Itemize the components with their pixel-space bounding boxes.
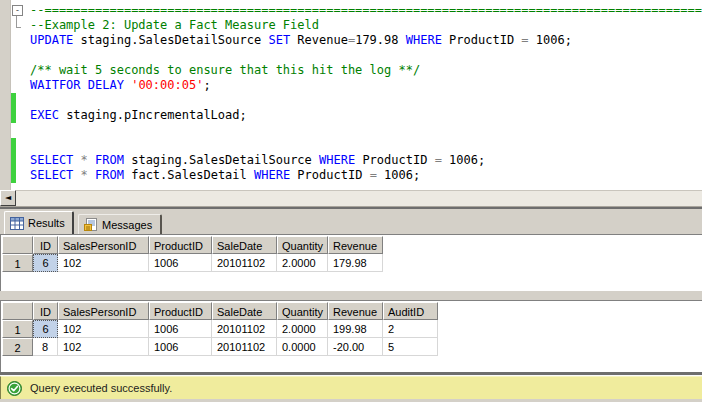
- code-token-operator: =: [370, 168, 377, 182]
- grid-cell[interactable]: 20101102: [212, 338, 277, 356]
- code-token-keyword: SET: [268, 33, 290, 47]
- sql-code[interactable]: --======================================…: [30, 3, 702, 183]
- grid-cell[interactable]: -20.00: [328, 338, 383, 356]
- grid-cell[interactable]: 20101102: [212, 320, 277, 338]
- results-grid-panel-1: IDSalesPersonIDProductIDSaleDateQuantity…: [0, 234, 702, 291]
- code-line: [30, 123, 702, 138]
- grid-cell[interactable]: 179.98: [328, 254, 383, 272]
- code-line: SELECT * FROM fact.SalesDetail WHERE Pro…: [30, 168, 702, 183]
- grid-cell[interactable]: 1006: [149, 254, 212, 272]
- grid-cell[interactable]: 0.0000: [277, 338, 328, 356]
- code-token-plain: Revenue: [290, 33, 348, 47]
- code-token-keyword: FROM: [95, 168, 124, 182]
- code-line: [30, 93, 702, 108]
- grid-cell[interactable]: 1006: [149, 320, 212, 338]
- code-token-plain: staging.pIncrementalLoad;: [59, 108, 247, 122]
- tab-messages-label: Messages: [102, 219, 152, 231]
- grid-cell[interactable]: 5: [383, 338, 438, 356]
- column-header[interactable]: AuditID: [383, 302, 438, 320]
- column-header[interactable]: Quantity: [277, 236, 328, 254]
- messages-document-icon: [84, 218, 98, 231]
- code-token-plain: [88, 153, 95, 167]
- row-header[interactable]: 2: [2, 338, 33, 356]
- column-header[interactable]: SaleDate: [212, 302, 277, 320]
- grid-cell[interactable]: 1006: [149, 338, 212, 356]
- grid-cell[interactable]: 6: [33, 254, 58, 272]
- code-token-plain: [73, 153, 80, 167]
- code-token-comment: /** wait 5 seconds to ensure that this h…: [30, 63, 420, 77]
- code-token-operator: =: [521, 33, 528, 47]
- tab-messages[interactable]: Messages: [78, 214, 162, 234]
- code-line: EXEC staging.pIncrementalLoad;: [30, 108, 702, 123]
- left-arrow-icon: ◄: [5, 193, 11, 202]
- outline-guide-line: [16, 16, 17, 27]
- code-token-operator: =: [435, 153, 442, 167]
- row-header[interactable]: 1: [2, 320, 33, 338]
- code-token-plain: ProductID: [442, 33, 521, 47]
- status-bar: Query executed successfully.: [0, 376, 702, 399]
- code-line: UPDATE staging.SalesDetailSource SET Rev…: [30, 33, 702, 48]
- grid-cell[interactable]: 102: [58, 320, 149, 338]
- grid-cell[interactable]: 8: [33, 338, 58, 356]
- grid-cell[interactable]: 102: [58, 254, 149, 272]
- grid-cell[interactable]: 2.0000: [277, 320, 328, 338]
- column-header[interactable]: SalesPersonID: [58, 302, 149, 320]
- change-bar: [11, 153, 16, 168]
- code-token-keyword: WAITFOR DELAY: [30, 78, 124, 92]
- column-header[interactable]: ID: [33, 236, 58, 254]
- code-token-plain: ProductID: [290, 168, 369, 182]
- grid-cell[interactable]: 102: [58, 338, 149, 356]
- scroll-left-button[interactable]: ◄: [0, 190, 16, 206]
- code-token-keyword: WHERE: [254, 168, 290, 182]
- grid-cell[interactable]: 20101102: [212, 254, 277, 272]
- column-header[interactable]: Revenue: [328, 302, 383, 320]
- table-row: 161021006201011022.0000199.982: [2, 320, 438, 338]
- code-token-operator: *: [81, 153, 88, 167]
- editor-hscrollbar[interactable]: ◄: [0, 190, 702, 206]
- change-bar: [11, 138, 16, 153]
- grid-cell[interactable]: 2.0000: [277, 254, 328, 272]
- row-header[interactable]: 1: [2, 254, 33, 272]
- column-header[interactable]: ID: [33, 302, 58, 320]
- code-token-keyword: WHERE: [406, 33, 442, 47]
- select-all-corner[interactable]: [2, 236, 33, 254]
- column-header[interactable]: SalesPersonID: [58, 236, 149, 254]
- code-token-plain: ;: [203, 78, 210, 92]
- tab-results[interactable]: Results: [4, 211, 74, 234]
- minus-icon: -: [15, 5, 20, 15]
- code-token-keyword: UPDATE: [30, 33, 73, 47]
- column-header[interactable]: ProductID: [149, 236, 212, 254]
- table-row: 281021006201011020.0000-20.005: [2, 338, 438, 356]
- tab-results-label: Results: [28, 217, 65, 229]
- sql-editor[interactable]: - --====================================…: [0, 0, 702, 190]
- code-line: WAITFOR DELAY '00:00:05';: [30, 78, 702, 93]
- grid-cell[interactable]: 2: [383, 320, 438, 338]
- code-token-plain: 1006;: [529, 33, 572, 47]
- code-token-plain: staging.SalesDetailSource: [73, 33, 268, 47]
- column-header[interactable]: SaleDate: [212, 236, 277, 254]
- code-token-keyword: WHERE: [319, 153, 355, 167]
- code-token-keyword: SELECT: [30, 168, 73, 182]
- success-check-icon: [7, 381, 22, 396]
- column-header[interactable]: Revenue: [328, 236, 383, 254]
- grid-cell[interactable]: 6: [33, 320, 58, 338]
- code-token-comment: --======================================…: [30, 3, 702, 17]
- results-tab-strip: Results Messages: [0, 209, 702, 234]
- table-row: 161021006201011022.0000179.98: [2, 254, 383, 272]
- select-all-corner[interactable]: [2, 302, 33, 320]
- code-token-plain: 179.98: [355, 33, 406, 47]
- editor-indicator-margin: [0, 0, 11, 190]
- scrollbar-track[interactable]: [16, 190, 702, 207]
- column-header[interactable]: Quantity: [277, 302, 328, 320]
- outline-collapse-toggle[interactable]: -: [12, 5, 23, 16]
- code-token-comment: --Example 2: Update a Fact Measure Field: [30, 18, 319, 32]
- results-grid-1: IDSalesPersonIDProductIDSaleDateQuantity…: [2, 236, 383, 272]
- results-grid-panel-2: IDSalesPersonIDProductIDSaleDateQuantity…: [0, 300, 702, 372]
- code-token-operator: *: [81, 168, 88, 182]
- change-bar: [11, 168, 16, 183]
- column-header[interactable]: ProductID: [149, 302, 212, 320]
- code-line: --Example 2: Update a Fact Measure Field: [30, 18, 702, 33]
- code-token-keyword: FROM: [95, 153, 124, 167]
- results-grid-icon: [10, 217, 24, 230]
- grid-cell[interactable]: 199.98: [328, 320, 383, 338]
